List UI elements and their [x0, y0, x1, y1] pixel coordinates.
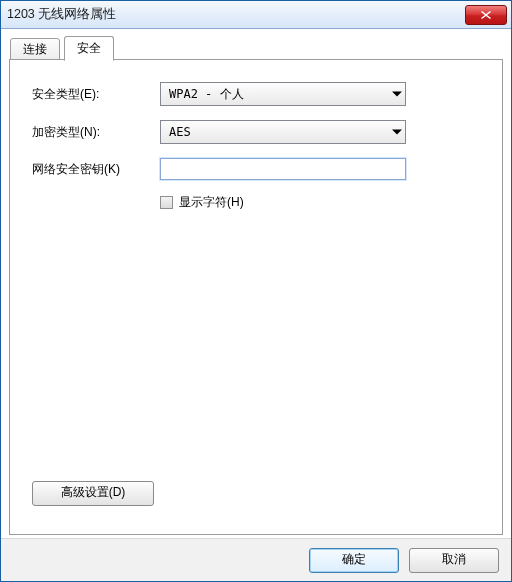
row-network-key: 网络安全密钥(K) [32, 158, 480, 180]
dialog-footer: 确定 取消 [1, 538, 511, 581]
label-network-key: 网络安全密钥(K) [32, 161, 160, 178]
combo-security-type[interactable]: WPA2 - 个人 [160, 82, 406, 106]
cancel-button-label: 取消 [442, 552, 466, 566]
tab-panel-security: 安全类型(E): WPA2 - 个人 加密类型(N): AES [9, 59, 503, 535]
advanced-settings-button[interactable]: 高级设置(D) [32, 481, 154, 506]
row-encryption-type: 加密类型(N): AES [32, 120, 480, 144]
tab-security[interactable]: 安全 [64, 36, 114, 61]
close-button[interactable] [465, 5, 507, 25]
row-show-chars: 显示字符(H) [160, 194, 480, 211]
ok-button[interactable]: 确定 [309, 548, 399, 573]
cancel-button[interactable]: 取消 [409, 548, 499, 573]
combo-security-type-value: WPA2 - 个人 [169, 86, 244, 103]
label-show-chars: 显示字符(H) [179, 194, 244, 211]
combo-encryption-type[interactable]: AES [160, 120, 406, 144]
close-icon [481, 11, 491, 19]
client-area: 连接 安全 安全类型(E): WPA2 - 个人 加密类型(N): [9, 36, 503, 535]
tab-connect-label: 连接 [23, 42, 47, 56]
advanced-settings-label: 高级设置(D) [61, 485, 126, 499]
dialog-window: 1203 无线网络属性 连接 安全 安全类型(E): WPA2 - 个人 [0, 0, 512, 582]
input-network-key[interactable] [160, 158, 406, 180]
checkbox-show-chars[interactable] [160, 196, 173, 209]
label-encryption-type: 加密类型(N): [32, 124, 160, 141]
tab-strip: 连接 安全 [9, 36, 503, 60]
tab-security-label: 安全 [77, 41, 101, 55]
label-security-type: 安全类型(E): [32, 86, 160, 103]
tab-connect[interactable]: 连接 [10, 38, 60, 61]
row-security-type: 安全类型(E): WPA2 - 个人 [32, 82, 480, 106]
combo-encryption-type-value: AES [169, 125, 191, 139]
window-title: 1203 无线网络属性 [7, 6, 116, 23]
ok-button-label: 确定 [342, 552, 366, 566]
title-bar: 1203 无线网络属性 [1, 1, 511, 29]
